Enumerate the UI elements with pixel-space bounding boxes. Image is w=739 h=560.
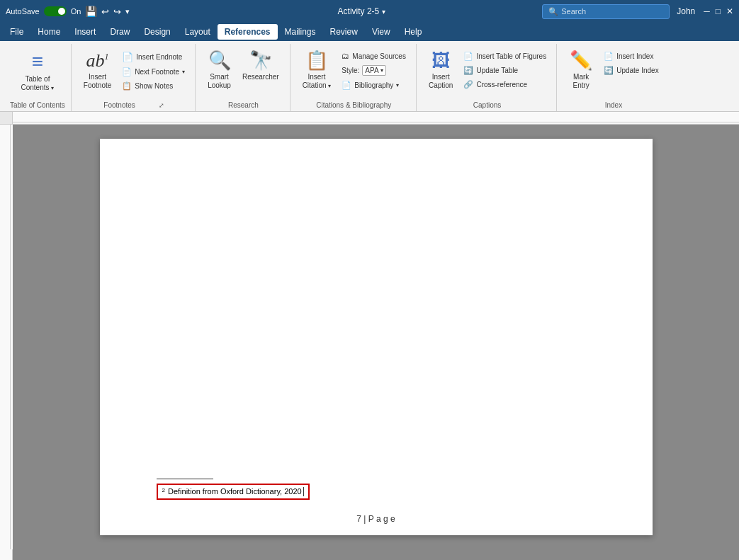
insert-citation-icon: 📋 (305, 50, 328, 72)
update-table-button[interactable]: 🔄 Update Table (459, 64, 551, 77)
smart-lookup-icon: 🔍 (208, 50, 231, 72)
mark-entry-icon: ✏️ (570, 50, 592, 72)
insert-footnote-label: InsertFootnote (84, 73, 111, 90)
ruler-container (0, 112, 739, 125)
ribbon: ≡ Table ofContents ▾ Table of Contents a… (0, 41, 739, 112)
maximize-btn[interactable]: □ (716, 6, 721, 16)
menu-mailings[interactable]: Mailings (278, 24, 323, 40)
footnote-small-col: 📄 Insert Endnote 📄 Next Footnote ▾ 📋 Sho… (118, 47, 189, 93)
text-cursor (303, 487, 304, 496)
title-bar-left: AutoSave On 💾 ↩ ↪ ▾ (6, 6, 181, 17)
page-number-text: 7 | P a g e (356, 514, 395, 524)
show-notes-button[interactable]: 📋 Show Notes (118, 79, 189, 93)
close-btn[interactable]: ✕ (726, 6, 733, 16)
cross-reference-button[interactable]: 🔗 Cross-reference (459, 78, 551, 91)
index-small-col: 📄 Insert Index 🔄 Update Index (599, 47, 663, 77)
horizontal-ruler (13, 112, 739, 125)
next-footnote-icon: 📄 (122, 67, 132, 76)
redo-icon[interactable]: ↪ (113, 6, 121, 17)
insert-index-button[interactable]: 📄 Insert Index (599, 50, 663, 63)
next-footnote-button[interactable]: 📄 Next Footnote ▾ (118, 65, 189, 79)
mark-entry-button[interactable]: ✏️ MarkEntry (564, 47, 598, 93)
toc-group-label: Table of Contents (10, 100, 65, 111)
update-index-label: Update Index (616, 67, 659, 74)
style-dropdown-arrow[interactable]: ▾ (380, 67, 383, 74)
citations-small-col: 🗂 Manage Sources Style: APA ▾ 📄 Bibliogr… (337, 47, 410, 92)
toc-label: Table ofContents ▾ (21, 75, 55, 92)
menu-view[interactable]: View (365, 24, 397, 40)
menu-insert[interactable]: Insert (67, 24, 103, 40)
ribbon-group-research: 🔍 SmartLookup 🔭 Researcher Research (197, 44, 290, 111)
insert-index-icon: 📄 (604, 52, 614, 61)
insert-table-figures-label: Insert Table of Figures (476, 52, 546, 60)
captions-buttons: 🖼 InsertCaption 📄 Insert Table of Figure… (424, 44, 551, 100)
captions-small-col: 📄 Insert Table of Figures 🔄 Update Table… (459, 47, 551, 91)
minimize-btn[interactable]: ─ (704, 6, 710, 16)
ribbon-group-index: ✏️ MarkEntry 📄 Insert Index 🔄 Update Ind… (558, 44, 669, 111)
insert-table-figures-button[interactable]: 📄 Insert Table of Figures (459, 50, 551, 63)
bibliography-icon: 📄 (342, 81, 351, 90)
menu-bar: File Home Insert Draw Design Layout Refe… (0, 23, 739, 41)
insert-endnote-label: Insert Endnote (136, 53, 182, 61)
search-box[interactable]: 🔍 Search (542, 4, 670, 19)
ribbon-group-captions: 🖼 InsertCaption 📄 Insert Table of Figure… (418, 44, 557, 111)
autosave-toggle[interactable] (44, 6, 67, 16)
update-index-button[interactable]: 🔄 Update Index (599, 64, 663, 77)
autosave-label: AutoSave (6, 7, 40, 16)
title-bar-center: Activity 2-5 ▾ (186, 6, 536, 16)
citations-buttons: 📋 InsertCitation ▾ 🗂 Manage Sources Styl… (298, 44, 410, 100)
research-buttons: 🔍 SmartLookup 🔭 Researcher (203, 44, 284, 100)
researcher-button[interactable]: 🔭 Researcher (237, 47, 284, 84)
insert-caption-label: InsertCaption (429, 73, 453, 90)
style-row: Style: APA ▾ (337, 63, 410, 78)
page-number: 7 | P a g e (100, 514, 653, 524)
next-footnote-arrow: ▾ (182, 69, 185, 75)
page-content (100, 139, 653, 195)
smart-lookup-button[interactable]: 🔍 SmartLookup (203, 47, 236, 93)
save-icon[interactable]: 💾 (85, 6, 97, 17)
menu-design[interactable]: Design (137, 24, 177, 40)
manage-sources-button[interactable]: 🗂 Manage Sources (337, 50, 410, 62)
bibliography-button[interactable]: 📄 Bibliography ▾ (337, 79, 410, 92)
main-area: 2 Definition from Oxford Dictionary, 202… (0, 125, 739, 560)
next-footnote-label: Next Footnote (135, 68, 179, 76)
insert-caption-button[interactable]: 🖼 InsertCaption (424, 47, 458, 93)
insert-citation-button[interactable]: 📋 InsertCitation ▾ (298, 47, 337, 93)
menu-draw[interactable]: Draw (103, 24, 137, 40)
insert-footnote-icon: ab1 (86, 50, 109, 72)
menu-review[interactable]: Review (323, 24, 365, 40)
style-selector[interactable]: APA ▾ (362, 65, 385, 76)
captions-group-label: Captions (473, 100, 501, 111)
page: 2 Definition from Oxford Dictionary, 202… (100, 139, 653, 535)
table-of-contents-button[interactable]: ≡ Table ofContents ▾ (13, 47, 62, 95)
show-notes-icon: 📋 (122, 81, 132, 91)
manage-sources-icon: 🗂 (342, 52, 349, 60)
insert-table-figures-icon: 📄 (463, 52, 473, 61)
menu-layout[interactable]: Layout (178, 24, 218, 40)
insert-endnote-button[interactable]: 📄 Insert Endnote (118, 50, 189, 64)
footnote-number: 2 (162, 487, 165, 494)
mark-entry-label: MarkEntry (573, 73, 589, 90)
bibliography-arrow: ▾ (396, 82, 399, 88)
autosave-state: On (71, 7, 81, 16)
customize-icon[interactable]: ▾ (125, 7, 130, 16)
footnote-area: 2 Definition from Oxford Dictionary, 202… (157, 479, 596, 500)
toc-icon: ≡ (32, 50, 43, 74)
ribbon-group-toc: ≡ Table ofContents ▾ Table of Contents (4, 44, 72, 111)
citations-group-label: Citations & Bibliography (316, 100, 391, 111)
show-notes-label: Show Notes (135, 82, 173, 90)
menu-home[interactable]: Home (30, 24, 67, 40)
menu-references[interactable]: References (218, 24, 278, 40)
menu-file[interactable]: File (3, 24, 30, 40)
ribbon-group-citations: 📋 InsertCitation ▾ 🗂 Manage Sources Styl… (292, 44, 417, 111)
toc-buttons: ≡ Table ofContents ▾ (13, 44, 62, 100)
dropdown-arrow-title[interactable]: ▾ (382, 8, 385, 16)
insert-footnote-button[interactable]: ab1 InsertFootnote (79, 47, 116, 93)
researcher-icon: 🔭 (249, 50, 272, 72)
menu-help[interactable]: Help (397, 24, 429, 40)
search-icon: 🔍 (548, 7, 558, 16)
footnotes-expand-icon[interactable]: ⤢ (159, 102, 164, 109)
undo-icon[interactable]: ↩ (101, 6, 109, 17)
insert-caption-icon: 🖼 (431, 50, 450, 72)
update-table-label: Update Table (476, 67, 518, 74)
